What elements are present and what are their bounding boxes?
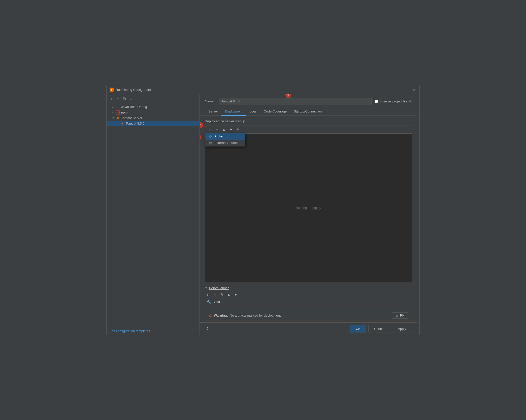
js-debug-icon: JS: [116, 105, 120, 109]
arrow-icon: ∨: [112, 116, 116, 120]
fix-button[interactable]: ⚠ Fix: [392, 312, 408, 319]
tab-code-coverage[interactable]: Code Coverage: [260, 107, 290, 116]
store-checkbox-row: Store as project file ⚙: [375, 99, 412, 103]
sidebar-item-tomcat-856[interactable]: ✱ Tomcat 8.5.6: [107, 121, 200, 126]
bottom-bar: ? OK Cancel Apply: [200, 322, 417, 335]
bl-remove-button[interactable]: −: [212, 292, 217, 297]
edit-templates-link[interactable]: Edit configuration templates...: [110, 329, 153, 333]
npm-label: npm: [121, 110, 127, 114]
store-label: Store as project file: [379, 99, 407, 103]
sort-config-button[interactable]: ↕: [128, 96, 134, 101]
warning-icon: ⚠: [209, 313, 212, 318]
bl-add-button[interactable]: +: [205, 292, 210, 297]
cancel-button[interactable]: Cancel: [368, 325, 390, 332]
nothing-to-deploy-text: Nothing to deploy: [295, 206, 321, 210]
bottom-left: ?: [205, 326, 210, 331]
name-input[interactable]: [219, 98, 372, 105]
dialog-title: Run/Debug Configurations: [116, 88, 411, 92]
panel-body: Deploy at the server startup 2 → + − ▲ ▼…: [200, 116, 417, 309]
sidebar-toolbar: + − ⧉ ↕: [107, 94, 200, 103]
bl-down-button[interactable]: ▼: [233, 292, 239, 297]
before-launch-section: ▼ Before launch + − ✎ ▲ ▼ 🔧 Build: [205, 286, 412, 305]
sidebar-item-tomcat-server[interactable]: ∨ ✱ Tomcat Server: [107, 115, 200, 121]
before-launch-header: ▼ Before launch: [205, 286, 412, 290]
tomcat-server-label: Tomcat Server: [121, 116, 142, 120]
tomcat-856-icon: ✱: [120, 122, 124, 126]
fix-label: Fix: [400, 314, 404, 317]
sidebar: + − ⧉ ↕ › JS JavaScript Debug › npm npm: [107, 94, 200, 335]
dropdown-menu: 3 → ◇ Artifact... ▦ External Source...: [205, 133, 245, 146]
warning-text: Warning: No artifacts marked for deploym…: [214, 314, 390, 317]
artifact-label: Artifact...: [214, 134, 227, 138]
bl-edit-button[interactable]: ✎: [219, 292, 224, 297]
close-button[interactable]: ✕: [411, 87, 416, 92]
add-config-button[interactable]: +: [109, 96, 114, 101]
deploy-add-button[interactable]: +: [207, 127, 213, 132]
help-button[interactable]: ?: [205, 326, 210, 331]
gear-icon[interactable]: ⚙: [409, 99, 412, 103]
tab-server[interactable]: Server: [205, 107, 221, 116]
before-launch-toolbar: + − ✎ ▲ ▼: [205, 292, 412, 297]
main-content: + − ⧉ ↕ › JS JavaScript Debug › npm npm: [107, 94, 419, 335]
before-launch-arrow: ▼: [205, 286, 208, 289]
name-row: Name: Store as project file ⚙: [200, 94, 417, 107]
npm-icon: npm: [116, 110, 120, 114]
scrollbar[interactable]: [417, 94, 419, 335]
deploy-section-label: Deploy at the server startup: [205, 119, 412, 123]
deploy-remove-button[interactable]: −: [214, 127, 220, 132]
deploy-toolbar: 2 → + − ▲ ▼ ✎ 3 →: [205, 126, 412, 134]
sidebar-item-npm[interactable]: › npm npm: [107, 110, 200, 115]
build-icon: 🔧: [207, 300, 211, 304]
build-item: 🔧 Build: [205, 299, 412, 305]
step3-arrow: →: [201, 135, 205, 140]
sidebar-tree: › JS JavaScript Debug › npm npm ∨ ✱ Tomc…: [107, 103, 200, 327]
deploy-up-button[interactable]: ▲: [221, 127, 227, 132]
deploy-edit-button[interactable]: ✎: [235, 127, 241, 132]
store-project-checkbox[interactable]: [375, 100, 378, 103]
warning-bold: Warning:: [214, 314, 228, 317]
tomcat-server-icon: ✱: [116, 116, 120, 120]
sidebar-item-js-debug[interactable]: › JS JavaScript Debug: [107, 104, 200, 110]
fix-icon: ⚠: [396, 314, 399, 317]
step2-arrow: →: [203, 124, 207, 129]
arrow-icon: ›: [112, 105, 116, 108]
deploy-content: Nothing to deploy: [205, 134, 412, 282]
name-label: Name:: [205, 99, 216, 103]
tomcat-856-label: Tomcat 8.5.6: [126, 122, 144, 125]
before-launch-label: Before launch: [209, 286, 229, 290]
external-source-label: External Source...: [214, 141, 240, 145]
right-panel: Name: Store as project file ⚙ 1 ↓ Server…: [200, 94, 417, 335]
step3-badge-wrapper: 3 →: [200, 135, 201, 140]
deploy-area: 2 → + − ▲ ▼ ✎ 3 →: [205, 126, 412, 282]
copy-config-button[interactable]: ⧉: [122, 96, 127, 101]
tab-deployment[interactable]: Deployment: [221, 107, 246, 116]
app-icon: ▶: [110, 88, 114, 92]
apply-button[interactable]: Apply: [392, 325, 412, 332]
dropdown-item-external-source[interactable]: ▦ External Source...: [205, 140, 245, 146]
run-debug-dialog: ▶ Run/Debug Configurations ✕ + − ⧉ ↕ › J…: [106, 85, 420, 335]
warning-detail: No artifacts marked for deployment: [230, 314, 281, 317]
tab-logs[interactable]: Logs: [246, 107, 260, 116]
dropdown-item-artifact[interactable]: ◇ Artifact...: [205, 133, 245, 140]
artifact-icon: ◇: [208, 134, 212, 138]
sidebar-footer: Edit configuration templates...: [107, 327, 200, 335]
build-label: Build: [213, 300, 220, 304]
title-bar: ▶ Run/Debug Configurations ✕: [107, 85, 419, 94]
ok-button[interactable]: OK: [350, 325, 366, 332]
bl-up-button[interactable]: ▲: [226, 292, 232, 297]
external-source-icon: ▦: [208, 141, 212, 145]
remove-config-button[interactable]: −: [115, 96, 121, 101]
js-debug-label: JavaScript Debug: [121, 105, 147, 109]
warning-bar: ⚠ Warning: No artifacts marked for deplo…: [205, 310, 412, 321]
tab-startup-connection[interactable]: Startup/Connection: [290, 107, 325, 116]
tabs-row: Server Deployment Logs Code Coverage Sta…: [200, 107, 417, 116]
deploy-down-button[interactable]: ▼: [228, 127, 234, 132]
